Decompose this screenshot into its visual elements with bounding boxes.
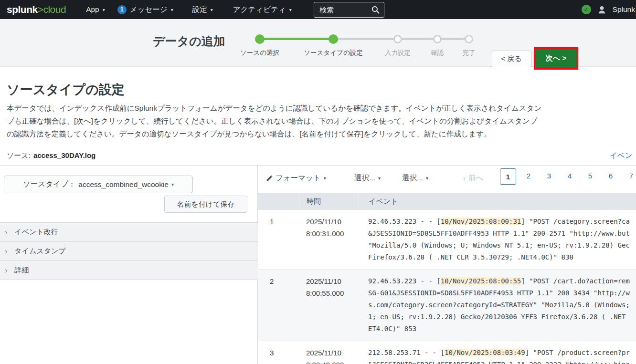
event-text-cell: 92.46.53.223 - - [10/Nov/2025:08:00:55] … — [359, 275, 636, 335]
splunk-cloud-logo[interactable]: splunk>cloud — [7, 4, 66, 15]
wizard-header: データの追加 ソースの選択ソースタイプの設定入力設定確認完了 < 戻る 次へ > — [0, 19, 636, 67]
event-time: 8:00:31.000 — [306, 228, 359, 239]
search-input[interactable] — [318, 5, 371, 14]
save-as-button[interactable]: 名前を付けて保存 — [164, 196, 247, 213]
chevron-down-icon: ▾ — [103, 7, 105, 12]
event-preview-panel: フォーマット ▾ 選択... ▾ 選択... ▾ ‹ 前へ 1234567 時間… — [258, 166, 636, 364]
health-status-icon[interactable]: ✓ — [582, 5, 591, 14]
event-text-line: 92.46.53.223 - - [10/Nov/2025:08:00:55] … — [368, 275, 636, 287]
event-text-segment: 92.46.53.223 - - [ — [368, 277, 441, 285]
event-table: 時間 イベント 12025/11/108:00:31.00092.46.53.2… — [258, 193, 636, 364]
pencil-icon — [266, 175, 273, 182]
event-text-line: ET4.0C)" 853 — [368, 323, 636, 335]
step-connector — [333, 38, 398, 40]
message-count-badge: 1 — [117, 5, 127, 14]
next-button[interactable]: 次へ > — [536, 49, 576, 68]
page-link-6[interactable]: 6 — [603, 172, 619, 180]
sourcetype-label: ソースタイプ： — [23, 179, 75, 189]
event-time: 8:03:49.000 — [306, 359, 359, 364]
sourcetype-dropdown[interactable]: ソースタイプ： access_combined_wcookie ▾ — [4, 176, 193, 193]
format-label: フォーマット — [276, 173, 321, 183]
nav-right-group: ✓ Splunk — [582, 5, 635, 14]
nav-item-activity[interactable]: アクティビティ▾ — [233, 5, 292, 15]
page-title: ソースタイプの設定 — [7, 81, 125, 98]
event-row-number: 3 — [258, 347, 299, 364]
event-text-segment: s.com/category.screen?categoryId=STRATEG… — [368, 301, 630, 309]
timestamp-highlight: 10/Nov/2025:08:03:49 — [445, 349, 525, 356]
event-text-segment: Firefox/3.6.28 ( .NET CLR 3.5.30729; .NE… — [368, 253, 573, 261]
accordion-item-advanced[interactable]: ›詳細 — [0, 261, 258, 280]
page-link-3[interactable]: 3 — [541, 172, 557, 180]
event-text-segment: ET4.0C)" 853 — [368, 325, 416, 333]
chevron-down-icon: ▾ — [171, 182, 174, 187]
event-text-line: Firefox/3.6.28 ( .NET CLR 3.5.30729; .NE… — [368, 251, 636, 263]
select-label: 選択... — [354, 173, 375, 183]
event-text-segment: SG-G01&JSESSIONID=SD8SL5FF10ADFF4953 HTT… — [368, 289, 630, 297]
accordion-item-event-breaks[interactable]: ›イベント改行 — [0, 223, 258, 242]
select-dropdown-2[interactable]: 選択... ▾ — [402, 173, 428, 183]
event-text-cell: 212.58.253.71 - - [10/Nov/2025:08:03:49]… — [359, 347, 636, 364]
event-text-line: SG-G01&JSESSIONID=SD8SL5FF10ADFF4953 HTT… — [368, 287, 636, 299]
event-text-segment: 1; en-US; rv:1.9.2.28) Gecko/20120306 YF… — [368, 313, 630, 321]
header-event: イベント — [359, 193, 636, 210]
chevron-left-icon: ‹ — [463, 174, 466, 183]
search-box[interactable] — [314, 2, 384, 18]
events-link[interactable]: イベン — [610, 151, 633, 161]
page-link-5[interactable]: 5 — [582, 172, 598, 180]
select-dropdown-1[interactable]: 選択... ▾ — [354, 173, 381, 183]
event-row-number: 2 — [258, 275, 299, 335]
page-link-4[interactable]: 4 — [562, 172, 578, 180]
event-text-line: s.com/category.screen?categoryId=STRATEG… — [368, 299, 636, 311]
page-current[interactable]: 1 — [500, 168, 516, 185]
back-button[interactable]: < 戻る — [491, 51, 532, 67]
format-dropdown[interactable]: フォーマット ▾ — [266, 173, 326, 183]
event-text-segment: "Mozilla/5.0 (Windows; U; Windows NT 5.1… — [368, 241, 630, 249]
nav-item-settings[interactable]: 設定▾ — [192, 5, 213, 15]
event-text-line: 1; en-US; rv:1.9.2.28) Gecko/20120306 YF… — [368, 311, 636, 323]
accordion-label: タイムスタンプ — [14, 247, 65, 256]
nav-item-label: アクティビティ — [233, 5, 286, 15]
step-dot-5 — [465, 35, 473, 43]
event-text-segment: &JSESSIONID=SD8SL5FF10ADFF4953 HTTP 1.1"… — [368, 229, 630, 237]
page-link-7[interactable]: 7 — [623, 172, 636, 180]
event-text-segment: ] "POST /product.screen?pr — [525, 349, 630, 356]
nav-menu: App▾1メッセージ▾設定▾アクティビティ▾ — [66, 5, 292, 15]
nav-item-app[interactable]: App▾ — [86, 5, 105, 14]
page-link-2[interactable]: 2 — [520, 172, 537, 180]
logo-suffix: >cloud — [38, 4, 66, 15]
event-table-header: 時間 イベント — [258, 193, 636, 210]
event-text-line: 92.46.53.223 - - [10/Nov/2025:08:00:31] … — [368, 216, 636, 228]
nav-item-messages[interactable]: 1メッセージ▾ — [117, 5, 173, 15]
step-dot-2 — [329, 34, 338, 44]
event-date: 2025/11/10 — [306, 275, 359, 287]
chevron-down-icon: ▾ — [426, 176, 428, 181]
user-icon — [597, 5, 606, 14]
step-connector — [398, 38, 437, 40]
event-time: 8:00:55.000 — [306, 287, 359, 299]
chevron-down-icon: ▾ — [289, 7, 292, 12]
nav-item-label: 設定 — [192, 5, 207, 15]
accordion-item-timestamp[interactable]: ›タイムスタンプ — [0, 242, 258, 261]
user-menu[interactable]: Splunk — [613, 5, 635, 14]
event-row: 12025/11/108:00:31.00092.46.53.223 - - [… — [258, 210, 636, 270]
event-text-cell: 92.46.53.223 - - [10/Nov/2025:08:00:31] … — [359, 216, 636, 263]
event-text-segment: ] "POST /cart.do?action=rem — [521, 277, 630, 285]
annotation-highlight: 次へ > — [534, 47, 578, 70]
chevron-down-icon: ▾ — [171, 7, 173, 12]
source-line: ソース:access_30DAY.log — [7, 151, 95, 160]
event-text-line: &JSESSIONID=SD8SL5FF10ADFF4953 HTTP 1.1"… — [368, 228, 636, 239]
sourcetype-value: access_combined_wcookie — [78, 180, 169, 189]
step-dot-4 — [433, 35, 442, 43]
accordion-label: 詳細 — [14, 266, 29, 275]
event-time-cell: 2025/11/108:03:49.000 — [299, 347, 359, 364]
event-time-cell: 2025/11/108:00:55.000 — [299, 275, 359, 335]
event-row: 22025/11/108:00:55.00092.46.53.223 - - [… — [258, 270, 636, 341]
wizard-title: データの追加 — [153, 33, 225, 49]
source-filename: access_30DAY.log — [33, 151, 95, 159]
event-date: 2025/11/10 — [306, 216, 359, 228]
prev-label: 前へ — [468, 173, 483, 183]
search-icon[interactable] — [371, 6, 380, 14]
accordion-label: イベント改行 — [14, 228, 58, 237]
event-time-cell: 2025/11/108:00:31.000 — [299, 216, 359, 263]
prev-page-button[interactable]: ‹ 前へ — [463, 173, 484, 183]
